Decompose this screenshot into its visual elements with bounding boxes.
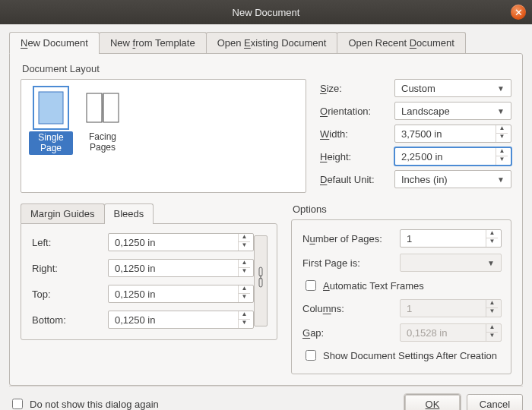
gap-field: 0,1528 in ▲▼ [400,323,502,342]
columns-label: Columns: [302,303,394,314]
layout-item-facing-pages[interactable]: Facing Pages [81,87,125,184]
bleed-top-label: Top: [32,289,108,300]
default-unit-label: Default Unit: [320,174,390,185]
dont-show-check[interactable]: Do not show this dialog again [9,396,159,410]
bleed-right-label: Right: [32,263,108,274]
spin-buttons[interactable]: ▲▼ [238,311,250,328]
bleed-right-value: 0,1250 in [115,263,156,274]
bleed-bottom-label: Bottom: [32,314,108,326]
section-document-layout: Document Layout [22,63,511,74]
top-tabs: New Document New from Template Open Exis… [9,32,523,53]
chevron-down-icon: ▼ [497,175,508,184]
chevron-down-icon: ▼ [487,259,498,267]
bleed-bottom-value: 0,1250 in [115,314,156,326]
width-label: Width: [320,128,390,140]
bleed-left-field[interactable]: 0,1250 in ▲▼ [108,233,254,251]
show-after-label: Show Document Settings After Creation [323,350,497,361]
tab-open-existing[interactable]: Open Existing Document [206,32,338,53]
gap-value: 0,1528 in [407,327,448,339]
bleeds-panel: Left: 0,1250 in ▲▼ Right: [21,223,277,340]
spin-buttons[interactable]: ▲▼ [496,125,508,142]
tab-new-from-template[interactable]: New from Template [99,32,207,53]
first-page-combo: ▼ [400,254,502,272]
close-icon[interactable]: ✕ [511,5,526,20]
spin-buttons: ▲▼ [486,300,498,317]
num-pages-field[interactable]: 1 ▲▼ [400,229,502,248]
main-panel: Document Layout Single Page [9,53,523,386]
svg-rect-2 [103,93,119,122]
chevron-down-icon: ▼ [497,107,508,115]
dont-show-label: Do not show this dialog again [30,399,159,410]
spin-buttons: ▲▼ [486,324,498,341]
spin-buttons[interactable]: ▲▼ [496,148,508,165]
layout-item-single-page[interactable]: Single Page [29,87,73,184]
ok-button[interactable]: OK [404,394,461,410]
spin-buttons[interactable]: ▲▼ [486,230,498,247]
options-panel: Options Number of Pages: 1 ▲▼ First Page… [291,203,511,374]
titlebar: New Document ✕ [0,0,532,24]
show-after-input[interactable] [306,350,316,361]
layout-properties: Size: Custom ▼ Orientation: Landscape ▼ … [320,79,511,188]
dont-show-input[interactable] [12,399,23,409]
width-value: 3,7500 in [401,128,442,140]
bleed-top-field[interactable]: 0,1250 in ▲▼ [108,285,254,303]
show-after-check[interactable]: Show Document Settings After Creation [302,348,502,363]
auto-text-frames-check[interactable]: Automatic Text Frames [302,278,502,293]
first-page-label: First Page is: [302,257,394,269]
dialog-footer: Do not show this dialog again OK Cancel [9,386,523,410]
num-pages-label: Number of Pages: [302,233,394,244]
subtab-margin-guides[interactable]: Margin Guides [21,203,105,223]
height-value-post: 00 in [421,151,442,162]
columns-field: 1 ▲▼ [400,299,502,317]
bleed-left-label: Left: [32,237,108,248]
options-title: Options [293,203,511,215]
facing-pages-icon [86,87,119,128]
spin-buttons[interactable]: ▲▼ [238,285,250,302]
bleed-right-field[interactable]: 0,1250 in ▲▼ [108,259,254,277]
height-field[interactable]: 2,2500 in ▲▼ [394,147,511,166]
auto-text-frames-label: Automatic Text Frames [323,280,424,292]
num-pages-value: 1 [407,233,412,244]
default-unit-combo[interactable]: Inches (in) ▼ [394,170,511,188]
link-values-toggle[interactable] [254,235,268,326]
spin-buttons[interactable]: ▲▼ [238,234,250,251]
dialog-body: New Document New from Template Open Exis… [0,24,532,410]
gap-label: Gap: [302,327,394,339]
tab-new-document[interactable]: New Document [9,32,100,53]
layout-item-label: Facing Pages [89,131,116,153]
tab-open-recent[interactable]: Open Recent Document [337,32,465,53]
size-value: Custom [401,83,435,94]
layout-item-label: Single Page [29,131,73,155]
orientation-combo[interactable]: Landscape ▼ [394,102,511,120]
bleed-left-value: 0,1250 in [115,237,156,248]
height-value-pre: 2,25 [401,151,420,162]
chain-link-icon [257,266,264,296]
chevron-down-icon: ▼ [497,84,508,93]
size-label: Size: [320,83,390,94]
height-label: Height: [320,151,390,162]
columns-value: 1 [407,303,412,314]
svg-rect-1 [87,93,102,122]
single-page-icon [34,87,68,128]
orientation-value: Landscape [401,106,450,117]
bleed-top-value: 0,1250 in [115,289,156,300]
subtab-bleeds[interactable]: Bleeds [104,203,154,223]
spin-buttons[interactable]: ▲▼ [238,260,250,276]
width-field[interactable]: 3,7500 in ▲▼ [394,125,511,143]
size-combo[interactable]: Custom ▼ [394,79,511,97]
orientation-label: Orientation: [320,106,390,117]
svg-rect-0 [39,92,63,124]
auto-text-frames-input[interactable] [306,280,316,291]
bleed-bottom-field[interactable]: 0,1250 in ▲▼ [108,311,254,329]
cancel-button[interactable]: Cancel [467,394,523,410]
default-unit-value: Inches (in) [401,174,448,185]
layout-thumbnails: Single Page Facing Pages [21,79,306,193]
window-title: New Document [233,7,300,18]
